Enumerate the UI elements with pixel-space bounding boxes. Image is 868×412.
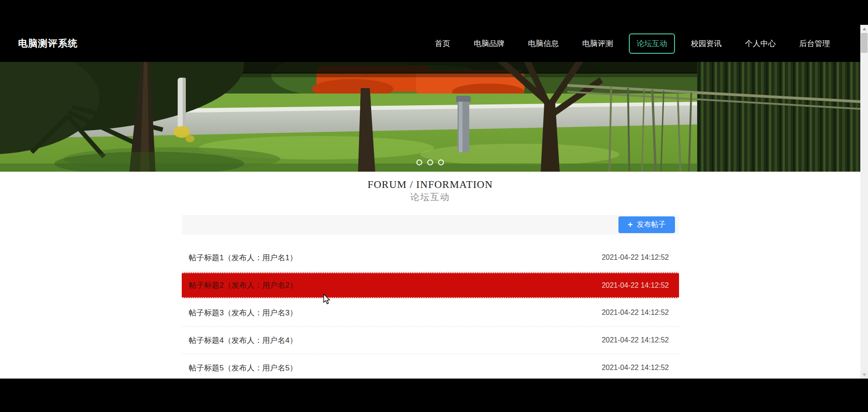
navbar: 电脑测评系统 首页 电脑品牌 电脑信息 电脑评测 (0, 25, 860, 62)
nav-item[interactable]: 电脑评测 (575, 33, 621, 54)
scroll-down-icon (863, 374, 866, 376)
carousel-dot[interactable] (416, 159, 422, 165)
post-title: 帖子标题5（发布人：用户名5） (189, 363, 297, 373)
post-title: 帖子标题3（发布人：用户名3） (189, 308, 297, 318)
scrollbar-thumb[interactable] (861, 33, 868, 53)
post-timestamp: 2021-04-22 14:12:52 (602, 253, 669, 262)
post-title: 帖子标题2（发布人：用户名2） (189, 280, 297, 290)
post-row[interactable]: 帖子标题1（发布人：用户名1） 2021-04-22 14:12:52 (182, 244, 679, 272)
nav-menu: 首页 电脑品牌 电脑信息 电脑评测 论坛互动 (419, 33, 838, 54)
section-title-zh: 论坛互动 (0, 192, 860, 202)
nav-item-label: 个人中心 (745, 39, 776, 48)
nav-item[interactable]: 电脑信息 (520, 33, 566, 54)
section-title-en: FORUM / INFORMATION (0, 179, 860, 191)
browser-viewport: 电脑测评系统 首页 电脑品牌 电脑信息 电脑评测 (0, 25, 860, 379)
carousel-dot[interactable] (438, 159, 444, 165)
nav-item-label: 电脑信息 (528, 39, 559, 48)
publish-post-label: 发布帖子 (637, 220, 666, 229)
carousel-dots (0, 159, 860, 165)
forum-toolbar: + 发布帖子 (182, 215, 679, 234)
nav-item-label: 论坛互动 (637, 39, 667, 48)
park-photo (0, 62, 860, 172)
nav-item[interactable]: 论坛互动 (629, 33, 675, 54)
publish-post-button[interactable]: + 发布帖子 (618, 216, 675, 233)
post-timestamp: 2021-04-22 14:12:52 (602, 281, 669, 290)
scrollbar-up-button[interactable] (860, 25, 868, 33)
nav-item-label: 电脑评测 (582, 39, 613, 48)
plus-icon: + (627, 220, 632, 229)
nav-item[interactable]: 电脑品牌 (466, 33, 512, 54)
screen: 电脑测评系统 首页 电脑品牌 电脑信息 电脑评测 (0, 0, 868, 412)
nav-item[interactable]: 首页 (427, 33, 458, 54)
site-logo: 电脑测评系统 (18, 37, 78, 50)
post-timestamp: 2021-04-22 14:12:52 (602, 336, 669, 344)
post-row[interactable]: 帖子标题5（发布人：用户名5） 2021-04-22 14:12:52 (182, 354, 679, 379)
nav-item[interactable]: 校园资讯 (683, 33, 729, 54)
scroll-up-icon (863, 28, 866, 30)
post-title: 帖子标题1（发布人：用户名1） (189, 253, 297, 263)
section-heading: FORUM / INFORMATION 论坛互动 (0, 172, 860, 202)
nav-item-label: 后台管理 (799, 39, 830, 48)
scrollbar-down-button[interactable] (860, 371, 868, 379)
post-list: 帖子标题1（发布人：用户名1） 2021-04-22 14:12:52 帖子标题… (182, 244, 679, 379)
post-row[interactable]: 帖子标题2（发布人：用户名2） 2021-04-22 14:12:52 (182, 272, 679, 298)
nav-item[interactable]: 后台管理 (792, 33, 838, 54)
content-container: + 发布帖子 帖子标题1（发布人：用户名1） 2021-04-22 14:12:… (182, 215, 679, 379)
hero-carousel (0, 62, 860, 172)
vertical-scrollbar[interactable] (860, 25, 868, 379)
nav-item[interactable]: 个人中心 (737, 33, 783, 54)
nav-item-label: 首页 (435, 39, 450, 48)
nav-item-label: 校园资讯 (691, 39, 722, 48)
post-row[interactable]: 帖子标题3（发布人：用户名3） 2021-04-22 14:12:52 (182, 299, 679, 327)
post-row[interactable]: 帖子标题4（发布人：用户名4） 2021-04-22 14:12:52 (182, 327, 679, 354)
post-timestamp: 2021-04-22 14:12:52 (602, 364, 669, 372)
post-title: 帖子标题4（发布人：用户名4） (189, 335, 297, 346)
carousel-dot[interactable] (427, 159, 433, 165)
post-timestamp: 2021-04-22 14:12:52 (602, 309, 669, 317)
nav-item-label: 电脑品牌 (474, 39, 505, 48)
